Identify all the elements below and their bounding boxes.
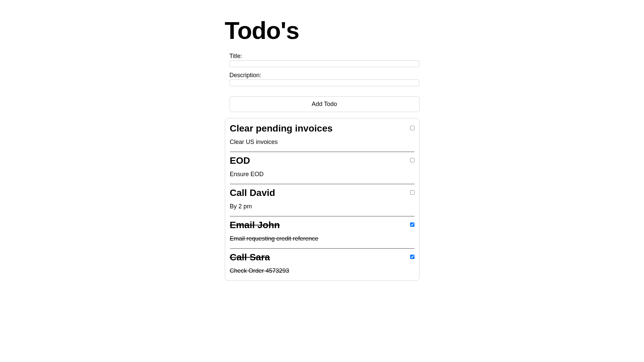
todo-item: Call DavidBy 2 pm: [230, 188, 414, 216]
todo-form: Title: Description: Add Todo: [225, 53, 419, 118]
todo-checkbox[interactable]: [410, 158, 414, 162]
todo-checkbox[interactable]: [410, 255, 414, 259]
todo-item: EODEnsure EOD: [230, 155, 414, 184]
todo-checkbox[interactable]: [410, 222, 414, 227]
todo-item-title: Call Sara: [230, 252, 414, 263]
title-input[interactable]: [230, 60, 419, 67]
todo-item-description: Clear US invoices: [230, 139, 414, 146]
todo-checkbox[interactable]: [410, 126, 414, 130]
todo-item-description: Check Order 4573293: [230, 267, 414, 274]
todo-item-title: Email John: [230, 220, 414, 230]
title-label: Title:: [230, 53, 419, 60]
todo-item: Call SaraCheck Order 4573293: [230, 252, 414, 280]
todo-item-title: EOD: [230, 155, 414, 166]
todo-item-description: Email requesting credit reference: [230, 235, 414, 242]
todo-item-title: Call David: [230, 188, 414, 198]
page-title: Todo's: [225, 17, 419, 44]
todo-item-description: Ensure EOD: [230, 171, 414, 178]
description-input[interactable]: [230, 80, 419, 86]
todo-list: Clear pending invoicesClear US invoicesE…: [225, 118, 419, 281]
todo-item: Clear pending invoicesClear US invoices: [230, 123, 414, 152]
todo-item-description: By 2 pm: [230, 203, 414, 210]
add-todo-button[interactable]: Add Todo: [230, 96, 419, 112]
description-label: Description:: [230, 72, 419, 79]
todo-item-title: Clear pending invoices: [230, 123, 414, 134]
todo-item: Email JohnEmail requesting credit refere…: [230, 220, 414, 249]
todo-checkbox[interactable]: [410, 190, 414, 195]
